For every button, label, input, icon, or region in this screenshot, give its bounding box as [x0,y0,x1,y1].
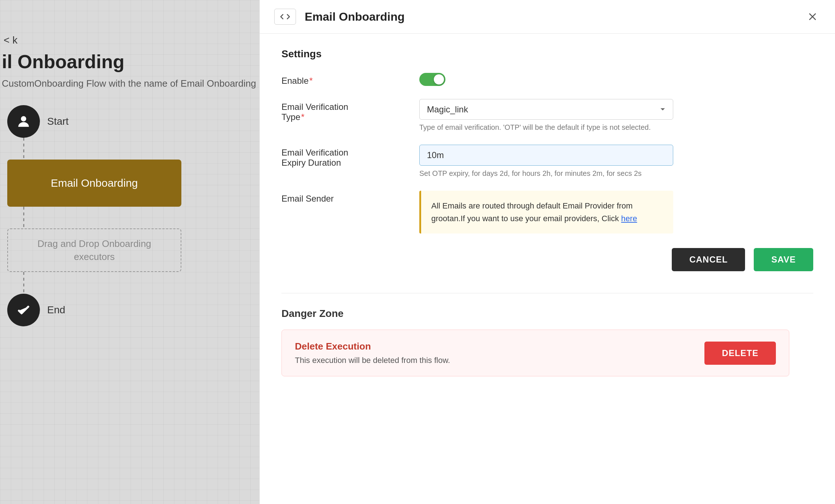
dashed-line-3 [23,272,24,294]
delete-execution-heading: Delete Execution [295,341,450,352]
verification-type-control: Magic_link OTP Type of email verificatio… [419,99,813,132]
verification-type-select[interactable]: Magic_link OTP [419,99,673,120]
action-buttons: CANCEL SAVE [281,248,813,271]
danger-zone-title: Danger Zone [281,308,813,319]
expiry-duration-row: Email VerificationExpiry Duration Set OT… [281,145,813,178]
save-button[interactable]: SAVE [754,248,813,271]
expiry-duration-control: Set OTP expiry, for days 2d, for hours 2… [419,145,813,178]
delete-button[interactable]: DELETE [704,342,776,365]
delete-execution-text: This execution will be deleted from this… [295,356,450,365]
panel-body: Settings Enable* Email VerificationType* [260,34,835,391]
verification-type-hint: Type of email verification. 'OTP' will b… [419,123,813,132]
toggle-container [419,73,813,86]
panel-header: Email Onboarding [260,0,835,34]
email-sender-label: Email Sender [281,191,405,204]
email-sender-info-box: All Emails are routed through default Em… [419,191,673,234]
start-node-circle [7,105,40,138]
email-sender-row: Email Sender All Emails are routed throu… [281,191,813,234]
settings-section-title: Settings [281,48,813,60]
enable-row: Enable* [281,73,813,86]
start-label: Start [47,116,69,127]
back-link[interactable]: < k [4,34,17,46]
end-label: End [47,304,65,316]
right-panel: Email Onboarding Settings Enable* [259,0,835,504]
danger-box: Delete Execution This execution will be … [281,330,789,376]
verification-type-label: Email VerificationType* [281,99,405,122]
cancel-button[interactable]: CANCEL [672,248,745,271]
email-onboarding-box-label: Email Onboarding [51,177,138,189]
drop-zone-box[interactable]: Drag and Drop Onboarding executors [7,228,181,272]
page-title: il Onboarding [2,51,124,73]
expiry-duration-input[interactable] [419,145,673,166]
enable-control [419,73,813,86]
email-sender-link[interactable]: here [621,214,637,223]
danger-box-content: Delete Execution This execution will be … [295,341,450,365]
expiry-duration-hint: Set OTP expiry, for days 2d, for hours 2… [419,169,813,178]
enable-label: Enable* [281,73,405,86]
verification-type-row: Email VerificationType* Magic_link OTP T… [281,99,813,132]
flow-diagram: Start Email Onboarding Drag and Drop Onb… [7,105,181,326]
panel-title: Email Onboarding [305,10,796,24]
page-subtitle: CustomOnboarding Flow with the name of E… [2,78,256,89]
expiry-duration-label: Email VerificationExpiry Duration [281,145,405,168]
dashed-line-1 [23,138,24,160]
code-icon-button[interactable] [274,9,296,25]
section-divider [281,293,813,293]
end-node-circle [7,294,40,326]
drop-zone-label: Drag and Drop Onboarding executors [37,237,151,264]
close-button[interactable] [805,9,820,25]
email-sender-control: All Emails are routed through default Em… [419,191,813,234]
enable-required-star: * [309,76,313,86]
enable-toggle[interactable] [419,73,445,86]
email-onboarding-box[interactable]: Email Onboarding [7,160,181,207]
dashed-line-2 [23,207,24,228]
toggle-thumb [434,74,444,84]
email-sender-info-text: All Emails are routed through default Em… [431,201,633,223]
svg-point-0 [21,116,26,121]
verification-type-required-star: * [301,112,304,122]
